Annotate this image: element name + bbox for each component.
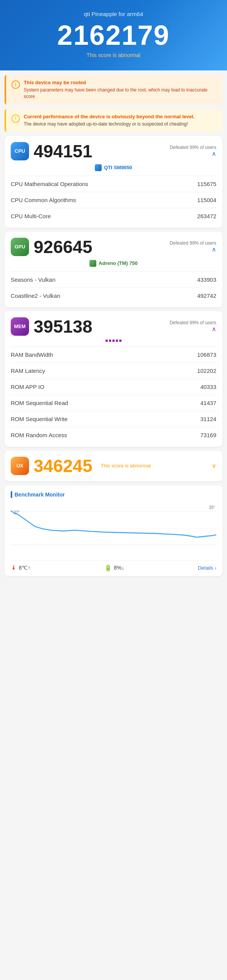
gpu-score-info: Defeated 99% of users ∧ — [97, 240, 217, 253]
mem-metric-1: RAM Latency 102202 — [11, 363, 216, 379]
header-abnormal-text: This score is abnormal — [8, 52, 219, 58]
gpu-chevron-icon[interactable]: ∧ — [212, 246, 216, 253]
benchmark-bar-icon — [11, 491, 12, 498]
mem-metric-2: ROM APP IO 40333 — [11, 379, 216, 395]
gpu-label-1: Coastline2 - Vulkan — [11, 292, 60, 299]
cpu-chip-label: QTI SM8650 — [11, 164, 216, 171]
warning-icon-1: ! — [11, 80, 20, 89]
mem-label-3: ROM Sequential Read — [11, 400, 68, 406]
ux-chevron-icon[interactable]: ∨ — [212, 462, 216, 469]
gpu-chip-icon — [89, 260, 96, 267]
gpu-label-0: Seasons - Vulkan — [11, 276, 55, 283]
details-arrow-icon: › — [215, 565, 216, 571]
gpu-chip-name: Adreno (TM) 750 — [99, 260, 138, 266]
temperature-item: 🌡 8℃↑ — [11, 564, 31, 571]
header-subtitle: qti Pineapple for arm64 — [8, 11, 219, 17]
mem-score: 395138 — [34, 318, 92, 335]
battery-item: 🔋 8%↓ — [104, 564, 124, 572]
mem-chevron-icon[interactable]: ∧ — [212, 325, 216, 333]
cpu-chip-icon — [95, 164, 102, 171]
cpu-label-2: CPU Multi-Core — [11, 213, 51, 219]
mem-metric-3: ROM Sequential Read 41437 — [11, 395, 216, 411]
mem-dot-4 — [116, 340, 118, 342]
cpu-section: CPU 494151 Defeated 99% of users ∧ QTI S… — [5, 136, 222, 228]
details-button[interactable]: Details › — [198, 565, 216, 571]
warning-performance: ! Current performance of the device is o… — [5, 109, 222, 132]
main-score: 2162179 — [8, 20, 219, 51]
ux-abnormal-text: This score is abnormal — [101, 463, 151, 469]
warning-text-2: The device may have adopted up-to-date t… — [24, 121, 195, 127]
cpu-label-1: CPU Common Algorithms — [11, 197, 76, 203]
gpu-metric-1: Coastline2 - Vulkan 492742 — [11, 287, 216, 304]
gpu-score: 926645 — [34, 238, 92, 256]
ux-score: 346245 — [34, 457, 92, 475]
warning-text-1: System parameters may have been changed … — [24, 87, 217, 100]
mem-metric-0: RAM BandWidth 106873 — [11, 346, 216, 363]
temp-value: 8℃↑ — [19, 565, 31, 571]
cpu-score-info: Defeated 99% of users ∧ — [97, 145, 217, 157]
mem-badge: MEM — [11, 317, 29, 336]
mem-value-1: 102202 — [197, 368, 216, 374]
mem-metric-4: ROM Sequential Write 31124 — [11, 411, 216, 427]
mem-value-3: 41437 — [200, 400, 216, 406]
mem-label-5: ROM Random Access — [11, 432, 67, 438]
mem-dot-5 — [119, 340, 122, 342]
cpu-defeated-text: Defeated 99% of users — [170, 145, 216, 150]
mem-value-0: 106873 — [197, 351, 216, 358]
cpu-chip-name: QTI SM8650 — [104, 165, 132, 170]
thermometer-icon: 🌡 — [11, 564, 17, 571]
gpu-badge: GPU — [11, 238, 29, 256]
benchmark-section: Benchmark Monitor 35° 27° 🌡 8℃↑ 🔋 8%↓ De… — [5, 485, 222, 576]
svg-text:35°: 35° — [209, 505, 215, 510]
mem-section: MEM 395138 Defeated 99% of users ∧ RAM B… — [5, 311, 222, 447]
cpu-value-0: 115675 — [197, 181, 216, 187]
mem-label-1: RAM Latency — [11, 368, 45, 374]
warning-title-2: Current performance of the device is obv… — [24, 114, 195, 119]
cpu-value-2: 263472 — [197, 213, 216, 219]
mem-metric-5: ROM Random Access 73169 — [11, 427, 216, 443]
cpu-metric-0: CPU Mathematical Operations 115675 — [11, 176, 216, 192]
gpu-defeated-text: Defeated 99% of users — [170, 240, 216, 246]
mem-score-info: Defeated 99% of users ∧ — [97, 320, 217, 333]
mem-label-4: ROM Sequential Write — [11, 416, 68, 422]
mem-score-row: MEM 395138 Defeated 99% of users ∧ — [11, 317, 216, 336]
cpu-label-0: CPU Mathematical Operations — [11, 181, 88, 187]
cpu-badge: CPU — [11, 142, 29, 160]
gpu-value-0: 433903 — [197, 276, 216, 283]
cpu-score-row: CPU 494151 Defeated 99% of users ∧ — [11, 142, 216, 160]
cpu-metric-1: CPU Common Algorithms 115004 — [11, 192, 216, 208]
mem-defeated-text: Defeated 99% of users — [170, 320, 216, 325]
gpu-chip-label: Adreno (TM) 750 — [11, 260, 216, 267]
warning-title-1: This device may be rooted — [24, 80, 217, 85]
svg-text:27°: 27° — [14, 510, 20, 515]
cpu-score: 494151 — [34, 142, 92, 160]
header-section: qti Pineapple for arm64 2162179 This sco… — [0, 0, 227, 70]
benchmark-chart-svg: 35° 27° — [11, 503, 216, 557]
mem-label-2: ROM APP IO — [11, 384, 44, 390]
mem-dot-2 — [109, 340, 111, 342]
battery-icon: 🔋 — [104, 564, 112, 572]
ux-badge: UX — [11, 457, 29, 475]
ux-section: UX 346245 This score is abnormal ∨ — [5, 451, 222, 481]
gpu-section: GPU 926645 Defeated 99% of users ∧ Adren… — [5, 232, 222, 307]
mem-value-2: 40333 — [200, 384, 216, 390]
cpu-metric-2: CPU Multi-Core 263472 — [11, 208, 216, 224]
warning-icon-2: ! — [11, 114, 20, 123]
warning-rooted: ! This device may be rooted System param… — [5, 75, 222, 105]
cpu-chevron-icon[interactable]: ∧ — [212, 150, 216, 157]
gpu-score-row: GPU 926645 Defeated 99% of users ∧ — [11, 238, 216, 256]
benchmark-title: Benchmark Monitor — [11, 491, 216, 498]
gpu-value-1: 492742 — [197, 292, 216, 299]
battery-value: 8%↓ — [114, 565, 124, 571]
mem-value-4: 31124 — [200, 416, 216, 422]
mem-dot-3 — [112, 340, 115, 342]
gpu-metric-0: Seasons - Vulkan 433903 — [11, 271, 216, 287]
mem-chip-indicator — [11, 340, 216, 342]
ux-score-row: UX 346245 This score is abnormal ∨ — [11, 457, 216, 475]
temp-battery-row: 🌡 8℃↑ 🔋 8%↓ Details › — [11, 560, 216, 572]
mem-value-5: 73169 — [200, 432, 216, 438]
mem-dot-1 — [105, 340, 108, 342]
mem-label-0: RAM BandWidth — [11, 351, 53, 358]
cpu-value-1: 115004 — [197, 197, 216, 203]
benchmark-chart: 35° 27° — [11, 503, 216, 557]
